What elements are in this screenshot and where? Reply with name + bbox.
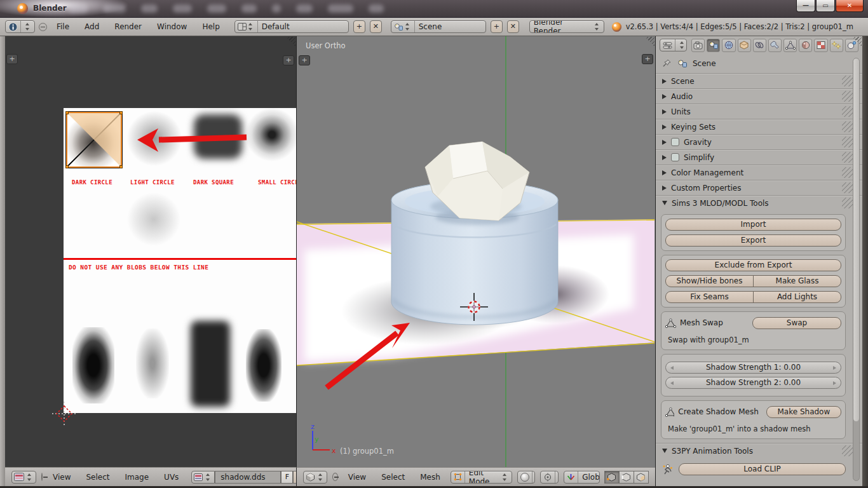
window-title: Blender	[33, 4, 67, 13]
fake-user-button[interactable]: F	[281, 471, 293, 484]
tab-data[interactable]	[783, 39, 797, 52]
section-keying-sets[interactable]: Keying Sets	[656, 119, 862, 134]
section-audio[interactable]: Audio	[656, 88, 862, 104]
expand-arrow-icon	[662, 155, 667, 160]
tab-constraints[interactable]	[753, 39, 766, 52]
face-select-button[interactable]	[634, 471, 649, 484]
import-button[interactable]: Import	[665, 219, 841, 231]
image-name-field[interactable]: shadow.dds	[215, 471, 281, 484]
region-expand-tab[interactable]: +	[299, 55, 310, 65]
scrollbar-thumb[interactable]	[853, 58, 859, 421]
section-s3py-tools[interactable]: S3PY Animation Tools	[656, 443, 862, 458]
vp-menu-select[interactable]: Select	[376, 471, 410, 484]
section-scene[interactable]: Scene	[656, 73, 862, 88]
vp-menu-mesh[interactable]: Mesh	[415, 471, 445, 484]
tab-scene[interactable]	[707, 39, 720, 52]
close-button[interactable]: ✕	[836, 0, 864, 12]
vp-menu-view[interactable]: View	[343, 471, 371, 484]
tab-texture[interactable]	[814, 39, 827, 52]
region-expand-tab[interactable]: +	[283, 55, 294, 65]
simplify-checkbox[interactable]	[671, 153, 679, 161]
scene-selector[interactable]: Scene	[391, 20, 486, 33]
menu-collapse-icon[interactable]	[41, 473, 43, 481]
corner-resize-grip[interactable]	[286, 37, 295, 46]
window-titlebar[interactable]: Blender — ▭ ✕	[0, 0, 868, 18]
menu-file[interactable]: File	[51, 20, 75, 33]
load-clip-button[interactable]: Load CLIP	[679, 463, 846, 475]
import-export-box: Import Export	[661, 214, 846, 251]
section-sims3-tools[interactable]: Sims 3 MLOD/MODL Tools	[656, 195, 862, 210]
show-hide-bones-button[interactable]: Show/Hide bones	[665, 275, 754, 287]
tab-render[interactable]	[691, 39, 705, 52]
pivot-point-selector[interactable]	[540, 471, 559, 484]
info-editor-icon	[6, 21, 21, 32]
delete-scene-button[interactable]: ✕	[507, 20, 519, 33]
section-color-management[interactable]: Color Management	[656, 165, 862, 180]
section-simplify[interactable]: Simplify	[656, 149, 862, 165]
export-button[interactable]: Export	[665, 234, 841, 247]
maximize-button[interactable]: ▭	[816, 0, 835, 12]
tab-particles[interactable]	[830, 39, 843, 52]
delete-layout-button[interactable]: ✕	[370, 20, 382, 33]
svg-text:z: z	[311, 423, 315, 431]
exclude-from-export-button[interactable]: Exclude from Export	[665, 259, 841, 271]
menu-add[interactable]: Add	[79, 20, 105, 33]
make-glass-button[interactable]: Make Glass	[753, 275, 841, 287]
pin-icon[interactable]	[662, 58, 672, 69]
image-browse-button[interactable]	[191, 471, 215, 484]
uv-menu-uvs[interactable]: UVs	[159, 471, 184, 484]
menu-window[interactable]: Window	[151, 20, 193, 33]
gravity-checkbox[interactable]	[671, 138, 679, 146]
add-scene-button[interactable]: +	[491, 20, 503, 33]
scene-icon	[391, 21, 415, 32]
uv-menu-image[interactable]: Image	[120, 471, 154, 484]
mode-selector[interactable]: Edit Mode	[451, 471, 512, 484]
section-units[interactable]: Units	[656, 104, 862, 119]
expand-arrow-icon	[662, 170, 667, 175]
screen-layout-selector[interactable]: Default	[234, 20, 349, 33]
menu-help[interactable]: Help	[196, 20, 225, 33]
uv-image-canvas[interactable]: DARK CIRCLE LIGHT CIRCLE DARK SQUARE SMA…	[64, 108, 296, 413]
section-custom-properties[interactable]: Custom Properties	[656, 180, 862, 195]
shadow-strength-1-slider[interactable]: Shadow Strength 1: 0.00	[665, 362, 841, 374]
tab-object[interactable]	[738, 39, 751, 52]
transform-orientation-selector[interactable]: Global	[564, 471, 600, 484]
add-layout-button[interactable]: +	[353, 20, 365, 33]
section-gravity[interactable]: Gravity	[656, 134, 862, 149]
menu-collapse-icon[interactable]	[39, 23, 47, 31]
tab-world[interactable]	[722, 39, 735, 52]
editor-type-selector[interactable]	[5, 20, 35, 33]
svg-text:y: y	[315, 435, 319, 444]
editor-type-selector[interactable]	[660, 39, 687, 51]
menu-render[interactable]: Render	[109, 20, 147, 33]
screen-layout-value: Default	[258, 22, 348, 31]
tab-modifiers[interactable]	[768, 39, 782, 52]
region-expand-tab[interactable]: +	[6, 54, 18, 64]
screen-layout-icon	[235, 21, 258, 32]
create-shadow-mesh-label: Create Shadow Mesh	[678, 407, 758, 416]
add-lights-button[interactable]: Add Lights	[753, 291, 841, 303]
properties-scrollbar[interactable]	[853, 58, 860, 481]
make-shadow-button[interactable]: Make Shadow	[766, 406, 841, 418]
viewport-shading-selector[interactable]	[517, 471, 536, 484]
edge-select-button[interactable]	[619, 471, 634, 484]
viewport-3d[interactable]: z y x User Ortho (1) group01_m + +	[296, 36, 655, 467]
swap-button[interactable]: Swap	[752, 317, 841, 329]
minimize-button[interactable]: —	[796, 0, 815, 12]
uv-menu-view[interactable]: View	[48, 471, 76, 484]
menu-collapse-icon[interactable]	[332, 473, 338, 481]
shadow-strength-2-slider[interactable]: Shadow Strength 2: 0.00	[665, 377, 841, 389]
mini-axis-gizmo: z y x	[311, 423, 336, 455]
fix-seams-button[interactable]: Fix Seams	[665, 291, 754, 303]
region-expand-tab[interactable]: +	[642, 54, 653, 64]
editor-type-selector[interactable]	[11, 471, 36, 484]
vertex-mode-cube-icon	[607, 473, 616, 482]
vertex-select-button[interactable]	[604, 471, 620, 484]
image-thumb-icon	[194, 473, 203, 481]
blurred-background-menus	[69, 4, 384, 14]
editor-type-selector[interactable]	[303, 471, 327, 484]
tab-material[interactable]	[799, 39, 812, 52]
uv-image-editor[interactable]: DARK CIRCLE LIGHT CIRCLE DARK SQUARE SMA…	[5, 36, 296, 467]
render-engine-selector[interactable]: Blender Render	[529, 20, 604, 33]
uv-menu-select[interactable]: Select	[81, 471, 114, 484]
